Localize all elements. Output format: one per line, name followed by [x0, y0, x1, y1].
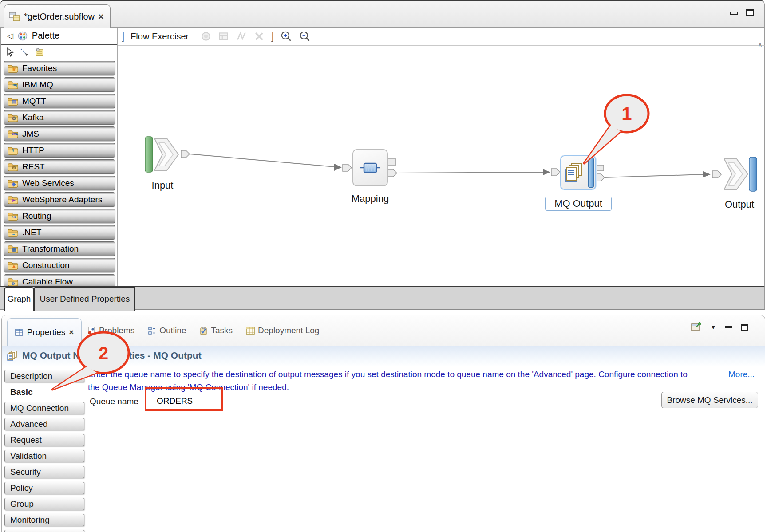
palette-drawer-label: HTTP	[22, 146, 44, 155]
palette-drawer[interactable]: ↪ Routing	[4, 209, 115, 223]
folder-icon: ⚙	[8, 113, 18, 122]
palette-drawer[interactable]: ▦ Transformation	[4, 241, 115, 256]
palette-drawer-label: IBM MQ	[22, 80, 53, 90]
node-mq-output[interactable]	[560, 155, 596, 190]
palette-drawer[interactable]: ⚙ REST	[4, 159, 115, 174]
palette-drawer[interactable]: JMS JMS	[4, 126, 115, 141]
folder-badge-icon: ▤	[12, 99, 16, 104]
send-message-icon[interactable]	[218, 31, 229, 42]
folder-badge-icon: mq	[12, 83, 17, 87]
properties-nav-item[interactable]: Basic	[4, 386, 84, 398]
properties-nav-item[interactable]: Validation	[4, 450, 84, 462]
folder-icon: ⚙	[8, 162, 18, 171]
palette-drawer[interactable]: ≈ .NET	[4, 225, 115, 240]
more-link[interactable]: More...	[728, 370, 755, 379]
zoom-out-icon[interactable]	[299, 30, 311, 43]
tab-graph-label: Graph	[8, 294, 31, 304]
arrowhead	[334, 164, 342, 171]
palette-collapse-icon[interactable]: ◁	[7, 31, 13, 41]
folder-badge-icon: ◈	[12, 181, 16, 187]
properties-nav-label: Request	[10, 435, 42, 445]
tab-problems[interactable]: Problems	[87, 326, 134, 335]
properties-title: MQ Output Node Properties - MQ Output	[22, 350, 202, 361]
properties-nav-item[interactable]: Security	[4, 466, 84, 478]
palette-drawer[interactable]: ◈ Web Services	[4, 176, 115, 190]
node-input[interactable]	[145, 136, 180, 175]
palette-drawer[interactable]: mq IBM MQ	[4, 77, 115, 92]
properties-nav-item[interactable]: Advanced	[4, 418, 84, 430]
deployment-log-icon	[246, 327, 255, 335]
palette-header: ◁ Palette	[1, 28, 117, 45]
properties-nav-item[interactable]: Group	[4, 498, 84, 510]
node-mq-output-label[interactable]: MQ Output	[545, 197, 612, 211]
properties-nav-label: Policy	[10, 483, 33, 493]
properties-nav-item[interactable]: MQ Connection	[4, 402, 84, 414]
input-out-terminal	[181, 150, 190, 158]
folder-icon: //	[8, 146, 18, 155]
node-output-label[interactable]: Output	[704, 199, 765, 210]
note-tool[interactable]	[34, 47, 45, 58]
node-mapping-label[interactable]: Mapping	[335, 193, 406, 205]
properties-nav-item[interactable]: Monitoring	[4, 514, 84, 526]
properties-nav-item[interactable]: Request	[4, 434, 84, 446]
browse-mq-services-label: Browse MQ Services...	[667, 395, 752, 405]
mq-output-node-icon	[564, 162, 585, 183]
properties-nav-item[interactable]	[4, 530, 84, 532]
flow-exerciser-toolbar: ] Flow Exerciser: ]	[118, 28, 765, 46]
palette-drawer[interactable]: ★ Favorites	[4, 61, 115, 75]
palette-drawer[interactable]: ▤ MQTT	[4, 94, 115, 108]
show-path-icon[interactable]	[236, 31, 247, 42]
folder-icon: ◈	[8, 179, 18, 188]
tab-deployment-log[interactable]: Deployment Log	[246, 326, 319, 335]
tab-getorder-subflow[interactable]: *getOrder.subflow ×	[4, 4, 111, 28]
mqoutput-failure-terminal	[596, 165, 604, 171]
palette-drawer[interactable]: ▲ Construction	[4, 258, 115, 272]
tab-tasks[interactable]: Tasks	[199, 326, 233, 335]
properties-nav: Description Basic MQ Connection Advanced…	[4, 370, 84, 532]
tab-outline[interactable]: Outline	[148, 326, 186, 335]
zoom-in-icon[interactable]	[280, 30, 293, 43]
selection-cursor-tool[interactable]	[4, 47, 15, 58]
palette-drawer[interactable]: ► WebSphere Adapters	[4, 192, 115, 207]
palette-drawer-label: Transformation	[22, 244, 79, 254]
tab-deployment-log-label: Deployment Log	[258, 326, 319, 335]
node-output[interactable]	[721, 156, 758, 194]
properties-nav-label: Description	[10, 371, 52, 381]
maximize-icon	[746, 9, 754, 16]
tab-user-defined-properties[interactable]: User Defined Properties	[34, 287, 135, 311]
connection-tool[interactable]	[19, 47, 30, 58]
queue-name-input[interactable]	[151, 394, 646, 408]
folder-badge-icon: ⚙	[12, 116, 16, 121]
view-menu-icon[interactable]: ▼	[710, 323, 716, 331]
tab-properties-close-icon[interactable]: ×	[69, 328, 74, 336]
palette-drawer[interactable]: // HTTP	[4, 143, 115, 158]
node-mapping[interactable]	[352, 149, 388, 186]
start-flow-exerciser-icon[interactable]	[200, 31, 212, 42]
folder-icon: ►	[8, 195, 18, 204]
folder-icon: ★	[8, 64, 18, 73]
tab-properties[interactable]: Properties ×	[7, 318, 82, 346]
palette-drawer[interactable]: ⚙ Kafka	[4, 110, 115, 125]
tab-close-icon[interactable]: ×	[98, 12, 104, 22]
properties-nav-item[interactable]: Description	[4, 370, 84, 382]
properties-panel: Properties × Problems O	[1, 315, 765, 532]
clear-recording-icon[interactable]	[253, 31, 265, 42]
folder-icon: mq	[8, 80, 18, 89]
folder-badge-icon: JMS	[12, 132, 18, 135]
view-maximize-button[interactable]	[741, 324, 748, 331]
editor-minimize-button[interactable]	[730, 12, 738, 15]
view-tab-row: Properties × Problems O	[2, 315, 765, 346]
flow-canvas[interactable]: Input Mapping	[118, 46, 765, 286]
properties-nav-item[interactable]: Policy	[4, 482, 84, 494]
browse-mq-services-button[interactable]: Browse MQ Services...	[661, 392, 758, 408]
pin-view-icon[interactable]	[691, 322, 701, 332]
node-input-label[interactable]: Input	[127, 180, 198, 191]
tab-graph[interactable]: Graph	[4, 287, 34, 311]
mq-output-blue-bar	[588, 158, 594, 188]
editor-maximize-button[interactable]	[746, 9, 754, 16]
toolbar-collapse-icon[interactable]: ∧	[758, 41, 763, 49]
properties-view-actions: ▼	[691, 322, 748, 332]
mqoutput-out-terminal	[596, 174, 605, 181]
palette-drawer-label: Favorites	[22, 63, 57, 73]
view-minim ize-button[interactable]	[725, 326, 732, 328]
